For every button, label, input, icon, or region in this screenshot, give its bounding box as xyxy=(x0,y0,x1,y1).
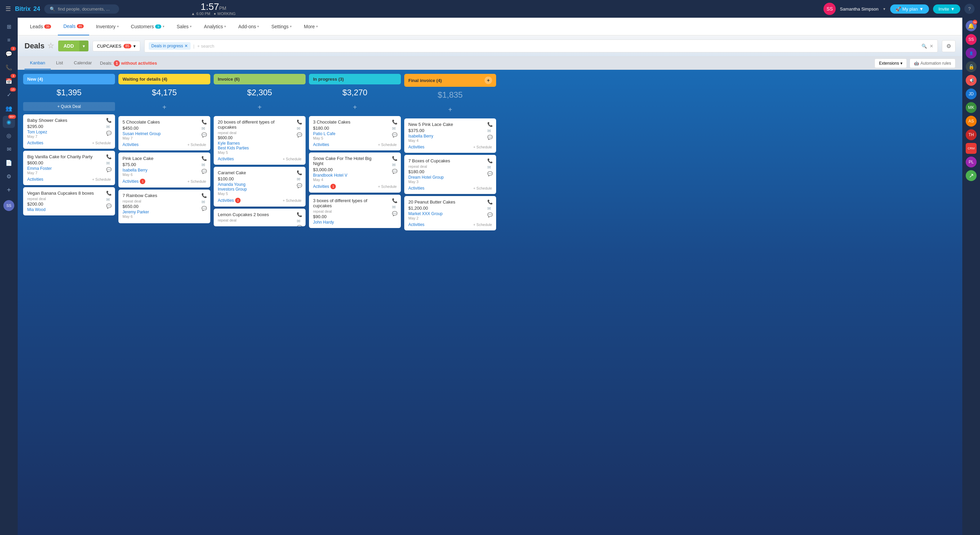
right-avatar-6[interactable]: AS xyxy=(966,116,977,127)
chat-card-icon[interactable]: 💬 xyxy=(106,131,111,136)
remove-tag-icon[interactable]: ✕ xyxy=(185,43,188,48)
email-card-icon[interactable]: ✉ xyxy=(106,124,111,129)
phone-card-icon[interactable]: 📞 xyxy=(202,156,207,161)
hamburger-menu[interactable]: ☰ xyxy=(5,5,11,13)
phone-card-icon[interactable]: 📞 xyxy=(487,158,493,163)
tab-calendar[interactable]: Calendar xyxy=(68,57,97,69)
phone-card-icon[interactable]: 📞 xyxy=(392,198,398,203)
schedule-link[interactable]: + Schedule xyxy=(188,179,206,183)
card-company[interactable]: Kyle Barnes xyxy=(218,141,301,146)
email-card-icon[interactable]: ✉ xyxy=(297,177,302,182)
add-deal-dropdown[interactable]: ▾ xyxy=(79,40,89,51)
email-card-icon[interactable]: ✉ xyxy=(297,126,302,131)
add-card-button-inprogress[interactable]: + xyxy=(347,102,363,113)
phone-card-icon[interactable]: 📞 xyxy=(106,118,111,123)
sidebar-item-docs[interactable]: 📄 xyxy=(3,156,15,169)
email-card-icon[interactable]: ✉ xyxy=(392,162,398,167)
card-company[interactable]: Amanda Young xyxy=(218,182,301,187)
email-card-icon[interactable]: ✉ xyxy=(106,197,111,202)
card-company[interactable]: Dream Hotel Group xyxy=(408,175,492,180)
sidebar-avatar-bottom[interactable]: SS xyxy=(3,200,14,211)
activities-link[interactable]: Activities xyxy=(218,156,234,161)
schedule-link[interactable]: + Schedule xyxy=(283,198,301,202)
automation-rules-button[interactable]: 🤖 Automation rules xyxy=(910,59,956,68)
sidebar-item-settings[interactable]: ⚙ xyxy=(3,170,15,182)
schedule-link[interactable]: + Schedule xyxy=(473,145,492,149)
phone-card-icon[interactable]: 📞 xyxy=(202,193,207,198)
activities-link[interactable]: Activities xyxy=(27,177,43,182)
chat-card-icon[interactable]: 💬 xyxy=(202,206,207,211)
card-company[interactable]: Susan Helmet Group xyxy=(123,131,206,136)
email-card-icon[interactable]: ✉ xyxy=(392,126,398,131)
activities-link[interactable]: Activities xyxy=(408,145,424,150)
schedule-link[interactable]: + Schedule xyxy=(473,186,492,190)
add-card-button-invoice[interactable]: + xyxy=(252,102,267,113)
email-card-icon[interactable]: ✉ xyxy=(202,126,207,131)
sidebar-item-contacts[interactable]: 👥 xyxy=(3,102,15,115)
activities-link[interactable]: Activities xyxy=(313,142,329,147)
email-card-icon[interactable]: ✉ xyxy=(392,205,398,210)
user-dropdown-icon[interactable]: ▼ xyxy=(883,7,886,11)
nav-item-more[interactable]: More ▾ xyxy=(298,18,323,35)
filter-settings-button[interactable]: ⚙ xyxy=(942,40,956,52)
sidebar-item-crm[interactable]: ◉ 99+ xyxy=(3,116,15,128)
sidebar-item-calendar[interactable]: 📅 3 xyxy=(3,75,15,87)
phone-card-icon[interactable]: 📞 xyxy=(392,119,398,124)
sidebar-item-add[interactable]: + xyxy=(3,184,15,196)
right-avatar-8[interactable]: PL xyxy=(966,156,977,167)
my-plan-button[interactable]: 🚀 My plan ▼ xyxy=(890,5,929,14)
activities-link[interactable]: Activities xyxy=(408,222,424,227)
sidebar-item-tasks[interactable]: ✓ 15 xyxy=(3,89,15,101)
add-deal-button[interactable]: ADD xyxy=(58,40,79,51)
card-company[interactable]: Mia Wood xyxy=(27,207,111,212)
sidebar-user-avatar[interactable]: SS xyxy=(3,200,14,211)
activities-link[interactable]: Activities xyxy=(123,142,138,147)
right-avatar-5[interactable]: MK xyxy=(966,102,977,113)
schedule-link[interactable]: + Schedule xyxy=(473,223,492,227)
card-company-2[interactable]: Best Kids Parties xyxy=(218,146,301,150)
chat-card-icon[interactable]: 💬 xyxy=(297,132,302,137)
card-company[interactable]: Emma Foster xyxy=(27,166,111,171)
chat-card-icon[interactable]: 💬 xyxy=(202,169,207,174)
email-card-icon[interactable]: ✉ xyxy=(487,128,493,134)
sidebar-item-list[interactable]: ≡ xyxy=(3,34,15,46)
activities-link[interactable]: Activities 2 xyxy=(218,198,240,203)
chat-card-icon[interactable]: 💬 xyxy=(297,225,302,226)
extensions-button[interactable]: Extensions ▾ xyxy=(875,59,907,68)
schedule-link[interactable]: + Schedule xyxy=(378,143,397,146)
chat-card-icon[interactable]: 💬 xyxy=(487,212,493,218)
nav-item-settings[interactable]: Settings ▾ xyxy=(266,18,297,35)
brand-logo[interactable]: Bitrix 24 xyxy=(15,5,40,13)
user-avatar[interactable]: SS xyxy=(824,3,836,15)
right-avatar-lock-icon[interactable]: 🔒 xyxy=(966,61,977,72)
nav-item-addons[interactable]: Add-ons ▾ xyxy=(233,18,264,35)
phone-card-icon[interactable]: 📞 xyxy=(202,119,207,124)
phone-card-icon[interactable]: 📞 xyxy=(487,199,493,205)
schedule-link[interactable]: + Schedule xyxy=(283,157,301,161)
activities-link[interactable]: Activities 1 xyxy=(123,179,145,184)
schedule-link[interactable]: + Schedule xyxy=(378,185,397,188)
right-avatar-green-button[interactable]: ↗ xyxy=(966,170,977,181)
invite-button[interactable]: Invite ▼ xyxy=(933,5,960,14)
help-button[interactable]: ? xyxy=(964,4,975,14)
sidebar-item-phone[interactable]: 📞 xyxy=(3,61,15,73)
add-card-button-waiting[interactable]: + xyxy=(157,102,172,113)
phone-card-icon[interactable]: 📞 xyxy=(106,191,111,196)
phone-card-icon[interactable]: 📞 xyxy=(487,122,493,127)
schedule-link[interactable]: + Schedule xyxy=(188,143,206,146)
global-search[interactable]: 🔍 find people, documents, ... xyxy=(44,5,119,14)
right-avatar-3[interactable]: 📢 xyxy=(966,75,977,86)
email-card-icon[interactable]: ✉ xyxy=(202,162,207,167)
sidebar-item-mail[interactable]: ✉ xyxy=(3,143,15,155)
add-column-icon[interactable]: + xyxy=(485,76,492,84)
email-card-icon[interactable]: ✉ xyxy=(106,161,111,166)
schedule-link[interactable]: + Schedule xyxy=(92,177,111,182)
card-company[interactable]: Patio L Cafe xyxy=(313,131,397,136)
chat-card-icon[interactable]: 💬 xyxy=(487,171,493,176)
chat-card-icon[interactable]: 💬 xyxy=(392,169,398,174)
phone-card-icon[interactable]: 📞 xyxy=(392,156,398,161)
tab-kanban[interactable]: Kanban xyxy=(24,57,51,69)
email-card-icon[interactable]: ✉ xyxy=(297,218,302,224)
user-name-label[interactable]: Samantha Simpson xyxy=(840,6,878,11)
card-company[interactable]: Tom Lopez xyxy=(27,130,111,134)
